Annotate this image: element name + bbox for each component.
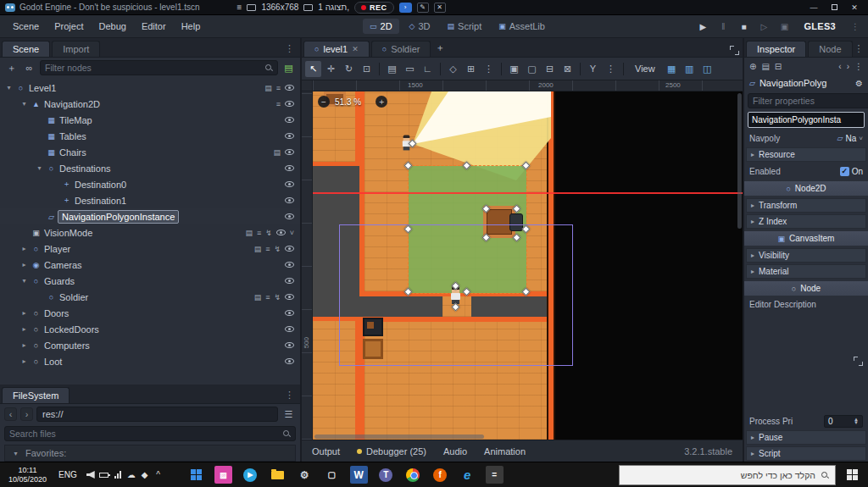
section-material[interactable]: ▸Material (746, 264, 866, 279)
animation-tab[interactable]: Animation (484, 446, 526, 457)
section-resource[interactable]: ▸Resource (746, 147, 866, 162)
groups-icon[interactable]: ▤ (254, 293, 262, 302)
tree-row-computers[interactable]: ▸○ Computers (0, 337, 300, 353)
tree-row-level1[interactable]: ▾○ Level1 ▤≡ (0, 80, 300, 96)
filter-nodes-input[interactable] (45, 63, 261, 73)
smart-snap-icon[interactable]: ◇ (445, 61, 461, 77)
script-icon[interactable]: ≡ (265, 293, 270, 302)
renderer-select[interactable]: GLES3 (797, 19, 843, 33)
script-icon[interactable]: ≡ (276, 84, 281, 92)
visibility-eye-icon[interactable] (285, 165, 294, 171)
skeleton-icon[interactable]: Y (585, 61, 601, 77)
rotate-tool-icon[interactable]: ↻ (341, 61, 357, 77)
visibility-eye-icon[interactable] (285, 358, 294, 364)
expander-icon[interactable]: ▸ (19, 245, 30, 252)
lock-object-icon[interactable]: ▣ (506, 61, 522, 77)
expander-icon[interactable]: ▸ (19, 325, 30, 333)
groups-icon[interactable]: ▤ (273, 148, 281, 157)
scene-tab-soldier[interactable]: ○ Soldier (371, 41, 431, 57)
add-node-icon[interactable]: ＋ (4, 61, 19, 75)
object-menu-icon[interactable]: ⋮ (854, 62, 863, 71)
filter-nodes-box[interactable] (40, 60, 278, 75)
workspace-2d[interactable]: ▭2D (363, 19, 399, 34)
object-tools-icon[interactable]: ⚙ (855, 79, 863, 88)
dock-menu-icon[interactable]: ⋮ (285, 43, 298, 57)
menu-project[interactable]: Project (47, 19, 91, 34)
recorder-annotate-icon[interactable]: ✎ (417, 3, 429, 13)
grid-snap-icon[interactable]: ⊞ (463, 61, 479, 77)
expand-editor-icon[interactable] (854, 357, 863, 366)
tree-row-cameras[interactable]: ▸◉ Cameras (0, 257, 300, 273)
select-tool-icon[interactable]: ↖ (305, 61, 321, 77)
tree-row-player[interactable]: ▸○ Player ▤≡↯ (0, 241, 300, 257)
word-icon[interactable]: W (350, 466, 368, 484)
search-files-input[interactable] (9, 429, 279, 439)
visibility-eye-icon[interactable] (285, 278, 294, 284)
snap-options-icon[interactable]: ⋮ (481, 61, 497, 77)
battery-icon[interactable] (97, 473, 111, 478)
visibility-eye-icon[interactable] (285, 213, 294, 219)
dock-menu-icon[interactable]: ⋮ (854, 43, 868, 57)
editor-description-box[interactable] (748, 313, 865, 411)
tab-filesystem[interactable]: FileSystem (2, 387, 70, 403)
visibility-eye-icon[interactable] (285, 149, 294, 155)
menu-editor[interactable]: Editor (134, 19, 174, 34)
filter-properties-input[interactable] (753, 96, 867, 106)
play-button[interactable]: ▶ (695, 19, 710, 34)
visibility-eye-icon[interactable] (285, 326, 294, 332)
system-clock[interactable]: 10:11 10/05/2020 (3, 466, 52, 484)
tree-row-chairs[interactable]: ▦ Chairs ▤ (0, 144, 300, 160)
list-select-icon[interactable]: ▤ (384, 61, 400, 77)
node-name-field[interactable] (748, 112, 865, 128)
expander-icon[interactable]: ▾ (34, 164, 45, 172)
photos-icon[interactable]: ▨ (214, 466, 232, 484)
menu-debug[interactable]: Debug (91, 19, 133, 34)
distraction-free-icon[interactable] (729, 45, 741, 57)
expander-icon[interactable]: ▾ (10, 450, 21, 457)
history-forward-icon[interactable]: › (847, 62, 849, 71)
stepper-icons[interactable]: ▲▼ (854, 418, 859, 424)
guides-toggle-icon[interactable]: ◫ (699, 61, 715, 77)
tab-node[interactable]: Node (808, 41, 852, 57)
recorder-menu-icon[interactable]: ≡ (237, 3, 242, 12)
taskbar-search-input[interactable] (626, 470, 815, 480)
group-object-icon[interactable]: ⊟ (542, 61, 558, 77)
menu-help[interactable]: Help (174, 19, 209, 34)
tree-row-visionmode[interactable]: ▣ VisionMode ▤≡↯˅ (0, 224, 300, 241)
groups-icon[interactable]: ▤ (254, 245, 262, 253)
visibility-eye-icon[interactable] (285, 117, 294, 123)
view-menu-button[interactable]: View (628, 62, 662, 75)
minimize-button[interactable]: — (804, 1, 824, 14)
tree-row-navigationpolygoninstance[interactable]: ▱ NavigationPolygonInstance (0, 208, 300, 224)
pause-button[interactable]: ‖ (715, 19, 731, 34)
tree-row-lockeddoors[interactable]: ▸○ LockedDoors (0, 321, 300, 337)
attach-script-icon[interactable]: ▤ (281, 61, 296, 75)
tree-row-destination0[interactable]: ＋ Destination0 (0, 176, 300, 192)
recorder-stop-icon[interactable]: ✕ (434, 3, 446, 13)
dock-menu-icon[interactable]: ⋮ (285, 390, 298, 403)
store-icon[interactable]: ▢ (323, 466, 341, 484)
start-button[interactable] (839, 463, 865, 487)
tree-row-destinations[interactable]: ▾○ Destinations (0, 160, 300, 176)
expander-icon[interactable]: ▸ (19, 309, 30, 317)
section-visibility[interactable]: ▸Visibility (746, 248, 866, 263)
tree-row-loot[interactable]: ▸○ Loot (0, 353, 300, 369)
tree-row-soldier[interactable]: ○ Soldier ▤≡↯ (0, 289, 300, 305)
menu-scene[interactable]: Scene (5, 19, 47, 34)
ungroup-object-icon[interactable]: ⊠ (559, 61, 576, 77)
tree-row-doors[interactable]: ▸○ Doors (0, 305, 300, 321)
language-indicator[interactable]: ENG (52, 470, 84, 479)
script-icon[interactable]: ≡ (257, 229, 261, 237)
close-button[interactable]: ✕ (844, 1, 865, 14)
signal-icon[interactable]: ↯ (265, 229, 272, 237)
instance-scene-icon[interactable]: ∞ (22, 61, 36, 75)
onion-skin-toggle-icon[interactable]: ▥ (682, 61, 698, 77)
workspace-assetlib[interactable]: ▣AssetLib (492, 19, 552, 34)
section-pause[interactable]: ▸Pause (746, 430, 866, 445)
tab-inspector[interactable]: Inspector (746, 41, 806, 57)
history-back-icon[interactable]: ‹ (838, 62, 841, 71)
edge-icon[interactable]: e (459, 466, 476, 484)
section-z-index[interactable]: ▸Z Index (746, 214, 866, 229)
output-tab[interactable]: Output (312, 446, 340, 457)
history-back-icon[interactable]: ‹ (4, 407, 17, 421)
